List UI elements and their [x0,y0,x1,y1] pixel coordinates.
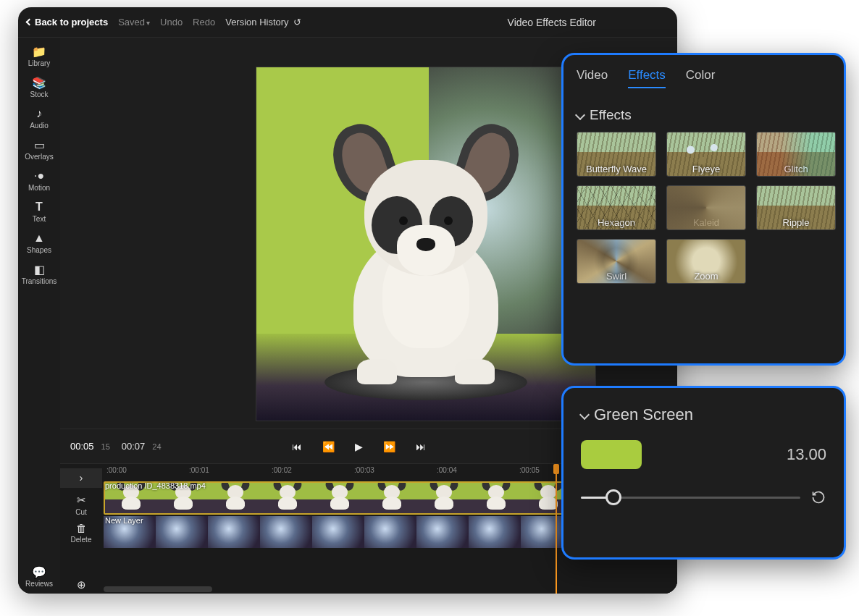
folder-icon: 📁 [32,45,46,58]
effect-swirl[interactable]: Swirl [577,239,656,284]
tick: :00:02 [272,466,292,474]
color-swatch[interactable] [581,440,642,469]
sidebar-label: Transitions [18,277,60,285]
history-label: Version History [225,17,288,28]
effect-hexagon[interactable]: Hexagon [577,185,656,230]
history-icon: ↺ [293,17,301,28]
sidebar-label: Shapes [18,246,60,254]
video-canvas[interactable] [256,67,596,421]
sidebar-item-transitions[interactable]: ◧ Transitions [18,263,60,285]
reset-icon [811,490,826,505]
effects-grid: Butterfly Wave Flyeye Glitch Hexagon Kal… [577,132,831,284]
tick: :00:03 [354,466,374,474]
topbar: Back to projects Saved Undo Redo Version… [18,7,677,38]
transport-controls: ⏮ ⏪ ▶ ⏩ ⏭ [292,441,426,452]
duration: 00:07 [122,441,146,452]
horizontal-scrollbar[interactable] [104,586,212,592]
slider-row [581,489,826,505]
skip-start-button[interactable]: ⏮ [292,441,302,452]
sidebar-item-library[interactable]: 📁 Library [18,45,60,67]
sidebar-item-shapes[interactable]: ▲ Shapes [18,232,60,254]
fast-forward-button[interactable]: ⏩ [383,441,395,452]
effect-kaleid[interactable]: Kaleid [666,185,746,230]
chevron-left-icon [26,19,33,26]
effect-butterfly-wave[interactable]: Butterfly Wave [577,132,656,177]
section-title: Effects [590,107,632,123]
chat-icon: 💬 [32,565,46,578]
sidebar-item-audio[interactable]: ♪ Audio [18,107,60,130]
sidebar-item-reviews[interactable]: 💬 Reviews [18,565,60,588]
sidebar-label: Reviews [18,580,60,588]
page-title: Video Effects Editor [508,17,596,28]
effect-glitch[interactable]: Glitch [756,132,836,177]
plus-icon: ⊕ [60,578,102,591]
green-screen-title: Green Screen [594,405,693,424]
chevron-down-icon [575,110,585,120]
tab-video[interactable]: Video [577,68,608,88]
effects-panel: Video Effects Color Effects Butterfly Wa… [561,53,846,366]
text-icon: T [32,201,46,214]
delete-label: Delete [60,536,102,544]
trash-icon: 🗑 [60,522,102,534]
green-screen-header[interactable]: Green Screen [581,405,826,424]
clip-name: New Layer [105,516,143,525]
green-screen-row: 13.00 [581,440,826,469]
chevron-down-icon [579,410,590,420]
delete-button[interactable]: 🗑 Delete [60,522,102,544]
transition-icon: ◧ [32,263,46,276]
sidebar-label: Text [18,215,60,223]
tolerance-slider[interactable] [581,497,800,499]
tick: :00:01 [189,466,209,474]
books-icon: 📚 [32,76,46,89]
effect-ripple[interactable]: Ripple [756,185,836,230]
sidebar-item-motion[interactable]: ∙● Motion [18,169,60,192]
tick: :00:04 [437,466,457,474]
expand-tracks-button[interactable]: › [60,468,102,488]
overlay-icon: ▭ [32,138,46,151]
saved-dropdown[interactable]: Saved [118,17,150,28]
sidebar-label: Library [18,59,60,67]
reset-button[interactable] [810,489,826,505]
undo-button[interactable]: Undo [160,17,183,28]
play-button[interactable]: ▶ [355,441,363,452]
sidebar-label: Stock [18,90,60,98]
effect-zoom[interactable]: Zoom [666,239,746,284]
clip-name: production ID_4838318.mp4 [105,481,206,490]
current-time: 00:05 [70,441,94,452]
version-history-button[interactable]: Version History ↺ [225,17,301,28]
add-track-button[interactable]: ⊕ Add Track [60,578,102,594]
rewind-button[interactable]: ⏪ [322,441,335,452]
current-frame: 15 [101,442,110,451]
skip-end-button[interactable]: ⏭ [416,441,426,452]
duration-frame: 24 [152,442,161,451]
slider-knob[interactable] [606,489,621,505]
tab-color[interactable]: Color [686,68,716,88]
puppy-subject [328,131,524,377]
sidebar-item-stock[interactable]: 📚 Stock [18,76,60,98]
effects-section-header[interactable]: Effects [577,107,831,123]
chevron-right-icon: › [60,471,102,484]
tolerance-value: 13.00 [787,445,826,464]
sidebar-item-overlays[interactable]: ▭ Overlays [18,138,60,161]
redo-button[interactable]: Redo [193,17,215,28]
tab-effects[interactable]: Effects [628,68,666,88]
music-note-icon: ♪ [32,107,46,120]
timeline-tools: › ✂ Cut 🗑 Delete ⊕ Add Track [60,464,102,594]
left-sidebar: 📁 Library 📚 Stock ♪ Audio ▭ Overlays ∙● … [18,38,60,594]
effect-flyeye[interactable]: Flyeye [666,132,746,177]
layer-clip[interactable] [104,516,625,548]
inspector-tabs: Video Effects Color [577,68,831,94]
tick: :00:05 [519,466,540,474]
add-track-label: Add Track [60,593,102,594]
cut-button[interactable]: ✂ Cut [60,494,102,516]
shapes-icon: ▲ [32,232,46,245]
sidebar-label: Motion [18,184,60,192]
sidebar-item-text[interactable]: T Text [18,201,60,223]
tick: :00:00 [106,466,127,474]
back-to-projects-button[interactable]: Back to projects [27,17,108,28]
sidebar-label: Overlays [18,153,60,161]
cut-label: Cut [60,508,102,516]
motion-dot-icon: ∙● [32,169,46,182]
playhead[interactable] [556,464,557,594]
back-label: Back to projects [35,17,108,28]
